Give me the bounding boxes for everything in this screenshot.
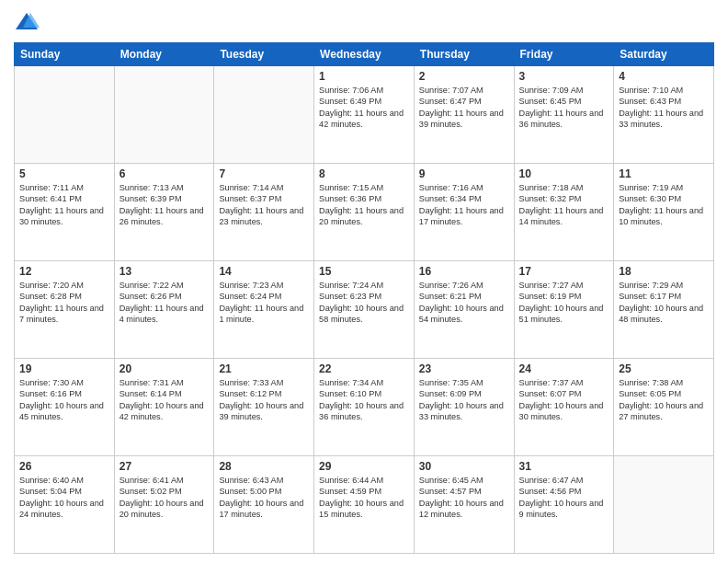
day-number: 15 <box>319 265 409 278</box>
calendar-weekday-header: Thursday <box>414 43 514 66</box>
calendar-header-row: SundayMondayTuesdayWednesdayThursdayFrid… <box>15 43 714 66</box>
cell-info: Sunrise: 7:18 AM Sunset: 6:32 PM Dayligh… <box>519 182 609 228</box>
calendar-cell: 11Sunrise: 7:19 AM Sunset: 6:30 PM Dayli… <box>614 164 714 261</box>
calendar-week-row: 19Sunrise: 7:30 AM Sunset: 6:16 PM Dayli… <box>15 359 714 456</box>
calendar-cell: 6Sunrise: 7:13 AM Sunset: 6:39 PM Daylig… <box>114 164 214 261</box>
day-number: 13 <box>119 265 210 278</box>
calendar-cell: 20Sunrise: 7:31 AM Sunset: 6:14 PM Dayli… <box>114 359 214 456</box>
day-number: 26 <box>19 460 109 473</box>
calendar-cell: 12Sunrise: 7:20 AM Sunset: 6:28 PM Dayli… <box>15 261 115 359</box>
calendar-cell: 16Sunrise: 7:26 AM Sunset: 6:21 PM Dayli… <box>414 261 514 359</box>
cell-info: Sunrise: 7:07 AM Sunset: 6:47 PM Dayligh… <box>419 85 509 131</box>
cell-info: Sunrise: 7:24 AM Sunset: 6:23 PM Dayligh… <box>319 280 409 326</box>
calendar-cell: 28Sunrise: 6:43 AM Sunset: 5:00 PM Dayli… <box>214 456 314 554</box>
calendar-cell: 25Sunrise: 7:38 AM Sunset: 6:05 PM Dayli… <box>614 359 714 456</box>
cell-info: Sunrise: 7:31 AM Sunset: 6:14 PM Dayligh… <box>119 377 210 423</box>
cell-info: Sunrise: 6:40 AM Sunset: 5:04 PM Dayligh… <box>19 475 109 521</box>
day-number: 29 <box>319 460 409 473</box>
cell-info: Sunrise: 7:20 AM Sunset: 6:28 PM Dayligh… <box>19 280 109 326</box>
day-number: 23 <box>419 362 509 375</box>
cell-info: Sunrise: 7:23 AM Sunset: 6:24 PM Dayligh… <box>219 280 309 326</box>
cell-info: Sunrise: 7:13 AM Sunset: 6:39 PM Dayligh… <box>119 182 210 228</box>
calendar-cell <box>214 66 314 164</box>
day-number: 11 <box>619 167 709 180</box>
calendar-weekday-header: Wednesday <box>314 43 415 66</box>
calendar-table: SundayMondayTuesdayWednesdayThursdayFrid… <box>14 42 714 554</box>
calendar-cell: 9Sunrise: 7:16 AM Sunset: 6:34 PM Daylig… <box>414 164 514 261</box>
cell-info: Sunrise: 7:26 AM Sunset: 6:21 PM Dayligh… <box>419 280 509 326</box>
day-number: 17 <box>519 265 609 278</box>
day-number: 27 <box>119 460 210 473</box>
day-number: 18 <box>619 265 709 278</box>
calendar-cell: 15Sunrise: 7:24 AM Sunset: 6:23 PM Dayli… <box>314 261 415 359</box>
calendar-week-row: 12Sunrise: 7:20 AM Sunset: 6:28 PM Dayli… <box>15 261 714 359</box>
logo-icon <box>14 9 40 35</box>
day-number: 22 <box>319 362 409 375</box>
day-number: 2 <box>419 70 509 83</box>
cell-info: Sunrise: 7:06 AM Sunset: 6:49 PM Dayligh… <box>319 85 409 131</box>
calendar-cell: 18Sunrise: 7:29 AM Sunset: 6:17 PM Dayli… <box>614 261 714 359</box>
calendar-cell: 24Sunrise: 7:37 AM Sunset: 6:07 PM Dayli… <box>514 359 614 456</box>
cell-info: Sunrise: 7:33 AM Sunset: 6:12 PM Dayligh… <box>219 377 309 423</box>
calendar-cell: 1Sunrise: 7:06 AM Sunset: 6:49 PM Daylig… <box>314 66 415 164</box>
header <box>14 9 714 35</box>
calendar-cell: 19Sunrise: 7:30 AM Sunset: 6:16 PM Dayli… <box>15 359 115 456</box>
day-number: 14 <box>219 265 309 278</box>
day-number: 25 <box>619 362 709 375</box>
cell-info: Sunrise: 6:45 AM Sunset: 4:57 PM Dayligh… <box>419 475 509 521</box>
calendar-weekday-header: Tuesday <box>214 43 314 66</box>
calendar-cell: 31Sunrise: 6:47 AM Sunset: 4:56 PM Dayli… <box>514 456 614 554</box>
day-number: 5 <box>19 167 109 180</box>
cell-info: Sunrise: 7:30 AM Sunset: 6:16 PM Dayligh… <box>19 377 109 423</box>
day-number: 20 <box>119 362 210 375</box>
cell-info: Sunrise: 7:19 AM Sunset: 6:30 PM Dayligh… <box>619 182 709 228</box>
calendar-cell: 4Sunrise: 7:10 AM Sunset: 6:43 PM Daylig… <box>614 66 714 164</box>
day-number: 9 <box>419 167 509 180</box>
day-number: 28 <box>219 460 309 473</box>
day-number: 31 <box>519 460 609 473</box>
day-number: 24 <box>519 362 609 375</box>
calendar-cell: 23Sunrise: 7:35 AM Sunset: 6:09 PM Dayli… <box>414 359 514 456</box>
calendar-week-row: 26Sunrise: 6:40 AM Sunset: 5:04 PM Dayli… <box>15 456 714 554</box>
calendar-weekday-header: Saturday <box>614 43 714 66</box>
cell-info: Sunrise: 7:29 AM Sunset: 6:17 PM Dayligh… <box>619 280 709 326</box>
calendar-cell: 10Sunrise: 7:18 AM Sunset: 6:32 PM Dayli… <box>514 164 614 261</box>
calendar-week-row: 1Sunrise: 7:06 AM Sunset: 6:49 PM Daylig… <box>15 66 714 164</box>
calendar-weekday-header: Monday <box>114 43 214 66</box>
calendar-cell <box>614 456 714 554</box>
calendar-cell: 3Sunrise: 7:09 AM Sunset: 6:45 PM Daylig… <box>514 66 614 164</box>
day-number: 19 <box>19 362 109 375</box>
cell-info: Sunrise: 7:14 AM Sunset: 6:37 PM Dayligh… <box>219 182 309 228</box>
page: SundayMondayTuesdayWednesdayThursdayFrid… <box>0 0 728 563</box>
day-number: 16 <box>419 265 509 278</box>
cell-info: Sunrise: 7:37 AM Sunset: 6:07 PM Dayligh… <box>519 377 609 423</box>
cell-info: Sunrise: 6:43 AM Sunset: 5:00 PM Dayligh… <box>219 475 309 521</box>
day-number: 8 <box>319 167 409 180</box>
day-number: 30 <box>419 460 509 473</box>
calendar-cell: 13Sunrise: 7:22 AM Sunset: 6:26 PM Dayli… <box>114 261 214 359</box>
calendar-cell <box>15 66 115 164</box>
cell-info: Sunrise: 6:41 AM Sunset: 5:02 PM Dayligh… <box>119 475 210 521</box>
calendar-cell: 29Sunrise: 6:44 AM Sunset: 4:59 PM Dayli… <box>314 456 415 554</box>
day-number: 1 <box>319 70 409 83</box>
calendar-cell: 14Sunrise: 7:23 AM Sunset: 6:24 PM Dayli… <box>214 261 314 359</box>
calendar-cell: 2Sunrise: 7:07 AM Sunset: 6:47 PM Daylig… <box>414 66 514 164</box>
calendar-cell: 22Sunrise: 7:34 AM Sunset: 6:10 PM Dayli… <box>314 359 415 456</box>
cell-info: Sunrise: 6:47 AM Sunset: 4:56 PM Dayligh… <box>519 475 609 521</box>
cell-info: Sunrise: 7:27 AM Sunset: 6:19 PM Dayligh… <box>519 280 609 326</box>
calendar-cell: 26Sunrise: 6:40 AM Sunset: 5:04 PM Dayli… <box>15 456 115 554</box>
day-number: 10 <box>519 167 609 180</box>
day-number: 3 <box>519 70 609 83</box>
calendar-cell: 27Sunrise: 6:41 AM Sunset: 5:02 PM Dayli… <box>114 456 214 554</box>
cell-info: Sunrise: 7:10 AM Sunset: 6:43 PM Dayligh… <box>619 85 709 131</box>
calendar-weekday-header: Sunday <box>15 43 115 66</box>
calendar-weekday-header: Friday <box>514 43 614 66</box>
cell-info: Sunrise: 7:35 AM Sunset: 6:09 PM Dayligh… <box>419 377 509 423</box>
calendar-cell: 7Sunrise: 7:14 AM Sunset: 6:37 PM Daylig… <box>214 164 314 261</box>
calendar-cell: 21Sunrise: 7:33 AM Sunset: 6:12 PM Dayli… <box>214 359 314 456</box>
calendar-cell: 30Sunrise: 6:45 AM Sunset: 4:57 PM Dayli… <box>414 456 514 554</box>
day-number: 12 <box>19 265 109 278</box>
cell-info: Sunrise: 7:16 AM Sunset: 6:34 PM Dayligh… <box>419 182 509 228</box>
day-number: 4 <box>619 70 709 83</box>
calendar-cell: 5Sunrise: 7:11 AM Sunset: 6:41 PM Daylig… <box>15 164 115 261</box>
